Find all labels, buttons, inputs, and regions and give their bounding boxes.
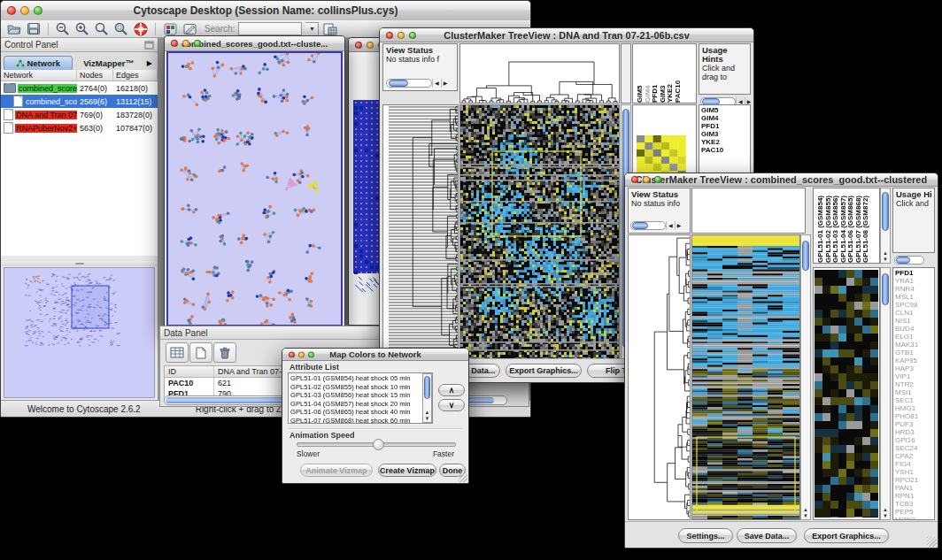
search-label: Search:	[205, 24, 235, 34]
help-lifering-icon[interactable]	[133, 22, 149, 36]
search-dropdown-icon[interactable]: ▼	[305, 22, 319, 36]
annotation-icon[interactable]	[181, 22, 197, 36]
move-down-button[interactable]: ∨	[438, 399, 465, 411]
usage-hints-box: Usage Hints Click and d	[892, 188, 935, 253]
network-canvas-view[interactable]	[166, 51, 343, 326]
tv2-column-labels: GPL51-01 (GSM854)GPL51-02 (GSM855)GPL51-…	[813, 188, 880, 264]
zoom-detail-pane[interactable]	[813, 267, 880, 520]
corner-strip	[621, 43, 631, 104]
zoom-button[interactable]	[308, 351, 314, 357]
zoom-in-icon[interactable]	[74, 22, 90, 36]
zoom-vscrollbar[interactable]: ▲▼	[880, 267, 891, 520]
zoom-button[interactable]	[654, 176, 661, 183]
close-button[interactable]	[171, 40, 178, 47]
file-icon	[4, 109, 13, 120]
status-hscrollbar[interactable]: ◀▶	[630, 221, 683, 230]
column-dendrogram-pane	[691, 188, 806, 234]
network-row-combined-scores[interactable]: combined_scores 2764(0) 16218(0)	[1, 81, 158, 95]
network-view-window: combined_scores_good.txt--cluste...	[164, 35, 345, 329]
tab-overflow-icon[interactable]: ▶	[144, 59, 155, 67]
data-panel-title: Data Panel	[164, 328, 207, 338]
network-row-dna-tran[interactable]: DNA and Tran 07 769(0) 183728(0)	[1, 108, 158, 121]
minimize-button[interactable]	[20, 6, 29, 15]
search-input[interactable]	[238, 22, 302, 35]
close-button[interactable]	[631, 176, 638, 183]
save-data-button[interactable]: Save Data...	[737, 528, 797, 543]
control-panel-title: Control Panel	[4, 40, 58, 50]
faster-label: Faster	[433, 449, 454, 458]
slower-label: Slower	[297, 449, 320, 458]
open-file-icon[interactable]	[6, 22, 22, 36]
resize-grip[interactable]	[927, 537, 937, 547]
labels-vscrollbar[interactable]: ▲▼	[880, 188, 891, 264]
attribute-select-icon[interactable]	[166, 342, 189, 363]
heatmap-main[interactable]	[459, 104, 620, 359]
attribute-list[interactable]: GPL51-01 (GSM854) heat shock 05 minGPL51…	[288, 372, 433, 424]
col-nodes: Nodes	[77, 70, 113, 81]
control-panel: Control Panel Network VizMapper™ ▶ Netwo…	[1, 38, 158, 401]
tv1-column-labels: GIM5GIM4PFD1GIM3YKE2PAC10	[632, 43, 697, 104]
close-button[interactable]	[289, 351, 295, 357]
minimize-button[interactable]	[182, 40, 189, 47]
minimize-button[interactable]	[398, 32, 405, 39]
file-icon	[4, 122, 13, 134]
node-attributes-icon[interactable]	[162, 22, 178, 36]
zoom-button[interactable]	[409, 32, 416, 39]
network-view-title: combined_scores_good.txt--cluste...	[181, 39, 328, 49]
resize-grip[interactable]	[458, 472, 467, 482]
usage-hints-box: Usage Hints Click and drag to	[699, 43, 751, 95]
dialog-title: Map Colors to Network	[329, 349, 421, 359]
create-vizmap-button[interactable]: Create Vizmap	[378, 464, 436, 477]
minimize-button[interactable]	[367, 42, 374, 49]
close-button[interactable]	[7, 6, 16, 15]
network-graph	[168, 53, 341, 325]
correlation-matrix	[637, 135, 686, 178]
move-up-button[interactable]: ∧	[438, 384, 465, 396]
tab-vizmapper[interactable]: VizMapper™	[74, 57, 142, 70]
new-attribute-icon[interactable]	[189, 342, 212, 363]
attr-col-id: ID	[165, 366, 214, 377]
file-icon	[13, 96, 23, 107]
tab-network[interactable]: Network	[4, 56, 73, 71]
export-graphics-button[interactable]: Export Graphics...	[804, 528, 889, 543]
delete-attribute-icon[interactable]	[213, 342, 236, 363]
network-overview-pane[interactable]	[4, 267, 155, 398]
col-edges: Edges	[113, 70, 158, 81]
close-button[interactable]	[386, 32, 393, 39]
minimize-button[interactable]	[298, 351, 305, 357]
import-table-icon[interactable]	[322, 22, 338, 36]
zoom-fit-icon[interactable]	[94, 22, 110, 36]
animation-speed-label: Animation Speed	[290, 431, 355, 440]
window-controls[interactable]	[7, 6, 42, 15]
heatmap-main[interactable]	[691, 234, 800, 520]
status-hscrollbar[interactable]: ◀▶	[386, 79, 449, 88]
zoom-selected-icon[interactable]	[113, 22, 129, 36]
column-dendrogram-pane[interactable]	[459, 43, 620, 104]
main-titlebar[interactable]: Cytoscape Desktop (Session Name: collins…	[1, 1, 530, 21]
zoom-out-icon[interactable]	[55, 22, 71, 36]
col-network: Network	[1, 70, 77, 81]
settings-button[interactable]: Settings...	[678, 528, 733, 543]
network-row-selected[interactable]: combined_sco 2569(6) 13112(15)	[1, 95, 158, 108]
export-graphics-button[interactable]: Export Graphics...	[506, 364, 582, 378]
hints-hscrollbar[interactable]	[894, 256, 924, 265]
view-status-box: View Status No status info ◀▶	[628, 188, 691, 234]
dense-network-grid	[353, 54, 382, 319]
animation-speed-slider[interactable]	[297, 442, 456, 447]
treeview2-title: ClusterMaker TreeView : combined_scores_…	[636, 174, 927, 185]
zoom-button[interactable]	[194, 40, 201, 47]
row-dendrogram-pane[interactable]	[628, 234, 691, 520]
animate-vizmap-button[interactable]: Animate Vizmap	[300, 464, 373, 477]
row-dendrogram-pane[interactable]	[382, 104, 459, 359]
slider-thumb[interactable]	[373, 439, 384, 450]
close-button[interactable]	[355, 42, 362, 49]
minimize-button[interactable]	[643, 176, 650, 183]
save-icon[interactable]	[26, 22, 42, 36]
overview-splitter[interactable]	[1, 261, 158, 266]
float-panel-icon[interactable]	[144, 41, 154, 50]
treeview2-buttons: Settings... Save Data... Export Graphics…	[625, 521, 938, 548]
heatmap-vscrollbar[interactable]: ▲▼	[800, 234, 811, 520]
network-row-rnapuber[interactable]: RNAPuberNov2+ 563(0) 107847(0)	[1, 121, 158, 134]
zoom-button[interactable]	[34, 6, 42, 15]
attribute-list-vscrollbar[interactable]: ▲▼	[422, 373, 432, 423]
